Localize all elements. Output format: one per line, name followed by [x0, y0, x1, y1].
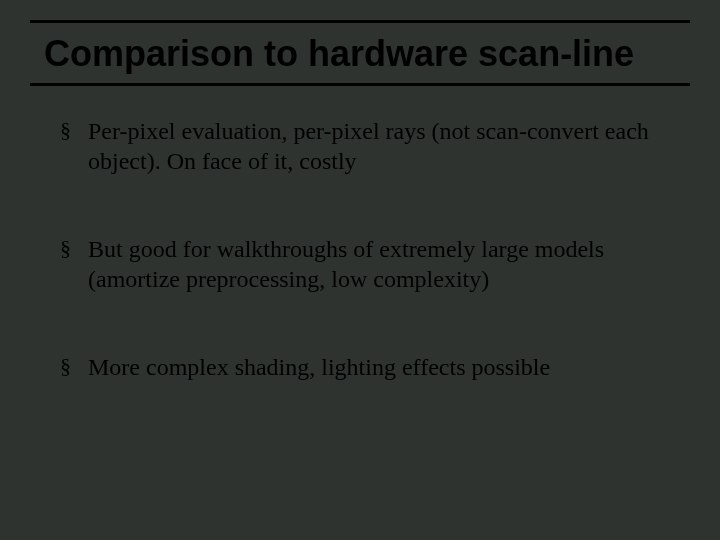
slide: Comparison to hardware scan-line Per-pix…: [0, 20, 720, 540]
bullet-item: Per-pixel evaluation, per-pixel rays (no…: [60, 116, 670, 176]
bullet-item: But good for walkthroughs of extremely l…: [60, 234, 670, 294]
title-rule-bottom: [30, 83, 690, 86]
slide-title: Comparison to hardware scan-line: [44, 33, 690, 75]
bullet-item: More complex shading, lighting effects p…: [60, 352, 670, 382]
bullet-list: Per-pixel evaluation, per-pixel rays (no…: [30, 116, 690, 382]
title-rule-top: [30, 20, 690, 23]
